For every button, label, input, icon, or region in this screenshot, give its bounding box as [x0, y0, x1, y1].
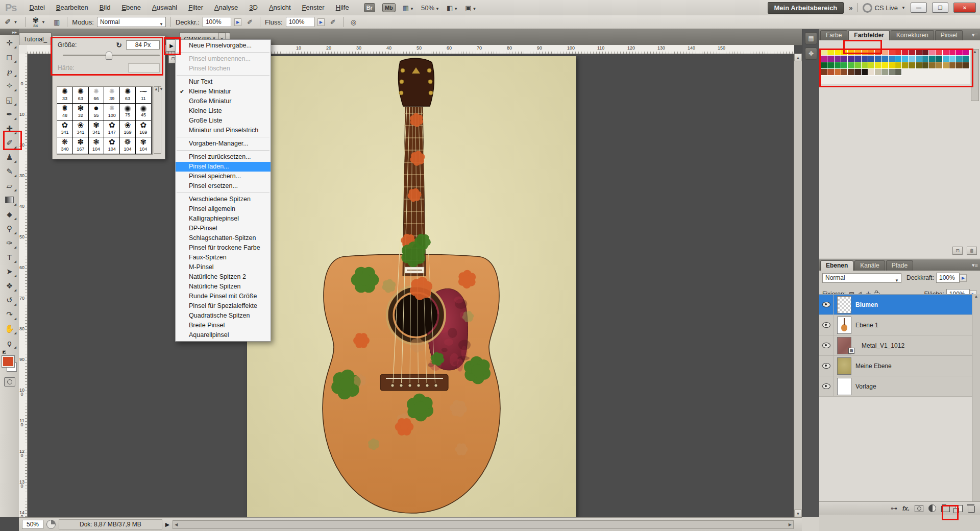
- close-button[interactable]: ✕: [953, 3, 976, 13]
- layer-row-blumen[interactable]: Blumen: [819, 295, 972, 315]
- color-swatch[interactable]: [841, 62, 848, 69]
- brush-preset-11[interactable]: ⁓11: [136, 87, 152, 104]
- scroll-left-icon[interactable]: ◀: [175, 522, 178, 527]
- menu-item[interactable]: Kleine Liste: [176, 106, 271, 116]
- menu-hilfe[interactable]: Hilfe: [330, 0, 355, 15]
- minimize-button[interactable]: —: [911, 3, 927, 13]
- hand-tool[interactable]: ✋◢: [1, 322, 18, 335]
- shape-tool[interactable]: ❖◢: [1, 279, 18, 293]
- document-tab-inactive[interactable]: Tutorial_: [19, 32, 52, 45]
- brush-tip-picker[interactable]: ✾ 84 ▼: [30, 16, 48, 28]
- color-swatch[interactable]: [956, 49, 963, 56]
- color-swatch[interactable]: [835, 56, 841, 62]
- deckkraft-field[interactable]: 100%: [936, 273, 960, 283]
- color-swatch[interactable]: [835, 49, 841, 56]
- tab-farbfelder[interactable]: Farbfelder: [848, 30, 890, 40]
- layer-thumbnail[interactable]: [837, 317, 851, 334]
- color-swatch[interactable]: [963, 62, 970, 69]
- type-tool[interactable]: T◢: [1, 250, 18, 264]
- screen-mode-button[interactable]: ▣▼: [465, 4, 476, 12]
- brush-preset-147[interactable]: ✿147: [104, 120, 120, 137]
- collapsed-panel-icon-2[interactable]: ✥: [805, 47, 817, 60]
- menu-item[interactable]: Verschiedene Spitzen: [176, 195, 271, 204]
- brush-preset-104[interactable]: ❁104: [120, 137, 136, 154]
- menu-bearbeiten[interactable]: Bearbeiten: [51, 0, 94, 15]
- color-swatch[interactable]: [902, 56, 909, 62]
- color-swatch[interactable]: [922, 56, 929, 62]
- brush-preset-55[interactable]: ●55: [89, 104, 105, 120]
- panel-menu-icon[interactable]: ▾≡: [972, 262, 978, 269]
- brush-preset-167[interactable]: ✽167: [73, 137, 89, 154]
- brush-preset-63[interactable]: ✺63: [120, 87, 136, 104]
- tab-farbe[interactable]: Farbe: [820, 30, 847, 40]
- 3d-rotate-tool[interactable]: ↺◢: [1, 293, 18, 307]
- menu-filter[interactable]: Filter: [183, 0, 209, 15]
- collapsed-panel-icon-1[interactable]: ▦: [805, 32, 817, 44]
- brush-preset-32[interactable]: ❃32: [73, 104, 89, 120]
- color-swatch[interactable]: [848, 62, 854, 69]
- guides-button[interactable]: ▦▼: [403, 4, 414, 12]
- menu-item[interactable]: Breite Pinsel: [176, 321, 271, 330]
- color-swatch[interactable]: [895, 69, 902, 76]
- color-swatch[interactable]: [848, 49, 854, 56]
- layer-thumbnail[interactable]: [837, 378, 851, 395]
- brush-preset-341[interactable]: ✿341: [57, 120, 73, 137]
- color-swatch[interactable]: [827, 49, 834, 56]
- color-swatch[interactable]: [862, 62, 868, 69]
- brush-preset-63[interactable]: ✺63: [73, 87, 89, 104]
- menu-item[interactable]: Nur Text: [176, 77, 271, 87]
- scroll-down-icon[interactable]: ▼: [794, 510, 802, 517]
- color-swatch[interactable]: [895, 62, 902, 69]
- color-swatch[interactable]: [854, 62, 861, 69]
- adjustment-layer-icon[interactable]: [928, 504, 936, 512]
- zoom-level-dropdown[interactable]: 50%▼: [421, 4, 439, 12]
- menu-fenster[interactable]: Fenster: [297, 0, 330, 15]
- menu-item[interactable]: DP-Pinsel: [176, 224, 271, 233]
- deckkraft-slider-button[interactable]: ▶: [234, 18, 241, 26]
- color-swatch[interactable]: [902, 49, 909, 56]
- horizontal-scrollbar[interactable]: ◀ ▶: [173, 520, 794, 529]
- menu-item[interactable]: Quadratische Spitzen: [176, 311, 271, 321]
- color-swatch[interactable]: [916, 49, 922, 56]
- color-swatch[interactable]: [821, 49, 827, 56]
- color-swatch[interactable]: [868, 69, 875, 76]
- layer-row-meine-ebene[interactable]: Meine Ebene: [819, 356, 972, 376]
- tab-pinsel[interactable]: Pinsel: [935, 30, 963, 40]
- layer-style-icon[interactable]: fx.: [902, 505, 910, 512]
- color-swatch[interactable]: [909, 49, 915, 56]
- color-swatch[interactable]: [922, 49, 929, 56]
- fluss-slider-button[interactable]: ▶: [317, 18, 325, 26]
- menu-item[interactable]: Vorgaben-Manager...: [176, 139, 271, 149]
- visibility-toggle[interactable]: [819, 315, 834, 335]
- brush-preset-66[interactable]: ✺66: [89, 87, 105, 104]
- color-swatch[interactable]: [956, 62, 963, 69]
- arrange-documents-button[interactable]: ◧▼: [447, 4, 458, 12]
- brush-preset-100[interactable]: ✺100: [104, 104, 120, 120]
- dodge-tool[interactable]: ⚲◢: [1, 222, 18, 235]
- mini-bridge-button[interactable]: Mb: [382, 3, 396, 12]
- color-swatch[interactable]: [854, 49, 861, 56]
- tab-ebenen[interactable]: Ebenen: [820, 260, 853, 271]
- color-swatch[interactable]: [821, 62, 827, 69]
- brush-preset-340[interactable]: ❋340: [57, 137, 73, 154]
- color-swatch[interactable]: [881, 49, 888, 56]
- move-tool[interactable]: ✛◢: [1, 36, 18, 50]
- brush-preset-341[interactable]: ✾341: [89, 120, 105, 137]
- size-slider-thumb[interactable]: [106, 52, 112, 60]
- visibility-toggle[interactable]: [819, 356, 834, 376]
- layer-row-ebene-1[interactable]: Ebene 1: [819, 315, 972, 335]
- brush-tool[interactable]: ✐◢: [1, 136, 18, 150]
- color-swatch[interactable]: [909, 56, 915, 62]
- menu-bild[interactable]: Bild: [94, 0, 116, 15]
- 3d-orbit-tool[interactable]: ↷◢: [1, 307, 18, 321]
- menu-item[interactable]: Faux-Spitzen: [176, 253, 271, 262]
- color-swatch[interactable]: [889, 69, 895, 76]
- eraser-tool[interactable]: ▱◢: [1, 179, 18, 192]
- menu-analyse[interactable]: Analyse: [209, 0, 243, 15]
- color-swatch[interactable]: [854, 69, 861, 76]
- menu-item[interactable]: Neue Pinselvorgabe...: [176, 41, 271, 51]
- layer-thumbnail[interactable]: [837, 296, 851, 313]
- color-swatch[interactable]: [841, 56, 848, 62]
- color-swatch[interactable]: [936, 62, 943, 69]
- color-swatch[interactable]: [943, 49, 949, 56]
